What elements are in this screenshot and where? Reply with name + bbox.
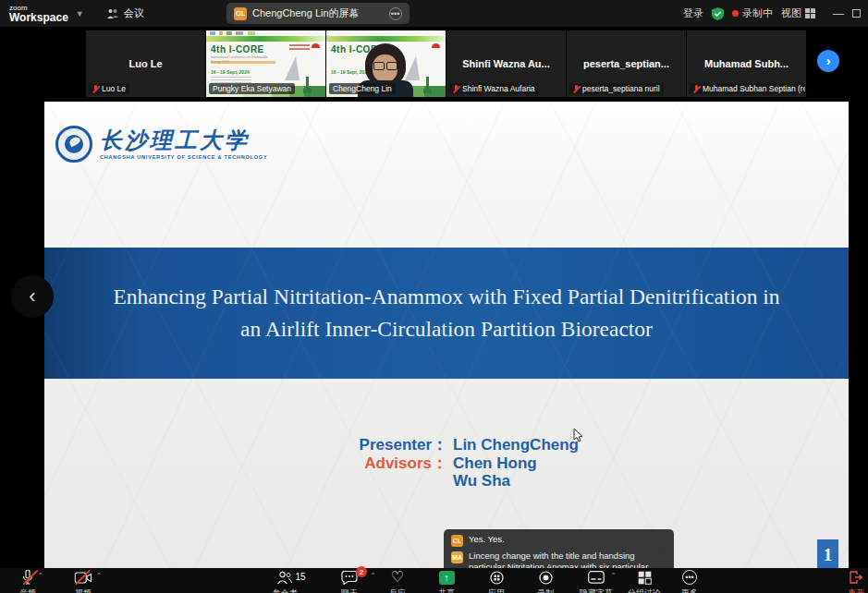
name-tag: Shinfi Wazna Aufaria <box>449 83 539 94</box>
previous-arrow-button[interactable]: ‹ <box>11 275 54 318</box>
name-tag: peserta_septiana nuril <box>569 83 664 94</box>
university-emblem-icon <box>55 126 92 163</box>
minimize-button[interactable]: — <box>833 7 844 20</box>
chat-overlay[interactable]: CL Yes. Yes. MA Linceng change with the … <box>444 529 674 572</box>
record-icon <box>539 571 553 585</box>
leave-button[interactable]: 离开 <box>848 570 864 593</box>
muted-mic-icon <box>693 85 700 93</box>
record-label: 录制 <box>537 587 554 593</box>
participant-tile-peserta[interactable]: peserta_septian... peserta_septiana nuri… <box>567 30 686 97</box>
apps-label: 应用 <box>488 587 505 593</box>
people-icon <box>106 8 119 19</box>
share-screen-icon: ↑ <box>439 571 455 585</box>
leave-icon <box>850 571 862 584</box>
captions-button[interactable]: ⌃ 隐藏字幕 <box>580 570 613 593</box>
muted-mic-icon <box>92 85 99 93</box>
slide-page-number: 1 <box>817 539 838 570</box>
participant-tile-muhamad[interactable]: Muhamad Subh... Muhamad Subhan Septian (… <box>687 30 806 97</box>
login-button[interactable]: 登录 <box>683 6 703 20</box>
presenter-label: Presenter： <box>359 436 447 454</box>
chat-label: 聊天 <box>341 587 358 593</box>
recording-indicator: 录制中 <box>732 6 773 20</box>
video-label: 视频 <box>75 587 92 593</box>
recording-dot-icon <box>732 10 739 17</box>
view-label: 视图 <box>781 6 801 20</box>
reactions-button[interactable]: ♡ 反应 <box>389 570 406 593</box>
advisor-name-2: Wu Sha <box>453 472 510 490</box>
audio-caret-icon[interactable]: ⌃ <box>37 572 43 580</box>
name-tag: Muhamad Subhan Septian (re... <box>690 83 805 94</box>
webcam-person-glasses <box>373 62 397 68</box>
avatar: CL <box>451 535 463 547</box>
name-tag: Luo Le <box>89 83 129 94</box>
leave-label: 离开 <box>848 587 864 593</box>
name-tag-label: ChengCheng Lin <box>333 84 392 93</box>
certificate-title: 4th I-CORE <box>211 44 264 54</box>
participant-tile-chengcheng-video[interactable]: 4th I-CORE 16 - 19 Sept, 2024 ChengCheng… <box>326 30 446 97</box>
chevron-down-icon[interactable]: ▼ <box>76 9 84 18</box>
university-name-cn: 长沙理工大学 <box>100 129 267 151</box>
video-button[interactable]: ⌃ 视频 <box>75 570 92 593</box>
breakout-label: 分组讨论 <box>628 587 661 593</box>
breakout-rooms-button[interactable]: 分组讨论 <box>628 570 661 593</box>
view-grid-icon <box>805 8 815 18</box>
poster-date: 16 - 19 Sept, 2024 <box>331 69 370 75</box>
participant-tile-pungky[interactable]: 4th I-CORE International Conference on R… <box>206 30 325 97</box>
titlebar: zoom Workspace ▼ 会议 CL ChengCheng Lin的屏幕… <box>0 0 868 27</box>
share-screen-button[interactable]: ↑ 共享 <box>438 570 455 593</box>
certificate-theme-line <box>211 61 275 64</box>
name-tag-label: peserta_septiana nuril <box>582 84 660 93</box>
muted-mic-icon <box>573 85 580 93</box>
captions-icon <box>588 571 605 584</box>
chat-button[interactable]: 2 ⌃ 聊天 <box>341 570 358 593</box>
more-ellipsis-icon: ••• <box>682 570 697 585</box>
shared-screen-tab[interactable]: CL ChengCheng Lin的屏幕 ••• <box>226 3 410 24</box>
reactions-label: 反应 <box>389 587 406 593</box>
audio-button[interactable]: ⌃ 音频 <box>19 570 36 593</box>
recording-label: 录制中 <box>742 6 773 20</box>
poster-tower-graphic <box>426 77 429 93</box>
name-tag-label: Muhamad Subhan Septian (re... <box>703 84 805 93</box>
mouse-cursor <box>573 428 584 442</box>
participants-button[interactable]: 15 参会者 <box>273 570 298 593</box>
apps-button[interactable]: 应用 <box>488 570 505 593</box>
share-label: 共享 <box>438 587 455 593</box>
zoom-workspace-logo: zoom Workspace <box>9 5 68 23</box>
captions-caret-icon[interactable]: ⌃ <box>610 572 617 580</box>
shared-screen-tab-label: ChengCheng Lin的屏幕 <box>252 6 360 20</box>
participants-label: 参会者 <box>273 587 298 593</box>
poster-triangle-graphic <box>405 56 420 80</box>
chat-unread-badge: 2 <box>356 566 367 577</box>
security-shield-icon[interactable] <box>712 7 724 20</box>
zoom-meeting-window: zoom Workspace ▼ 会议 CL ChengCheng Lin的屏幕… <box>0 0 868 593</box>
tab-options-icon[interactable]: ••• <box>389 7 402 20</box>
shared-slide: 长沙理工大学 CHANGSHA UNIVERSITY OF SCIENCE & … <box>44 102 849 570</box>
participants-icon <box>277 571 293 585</box>
indonesia-flag-icon <box>432 43 440 52</box>
view-button[interactable]: 视图 <box>781 6 815 20</box>
brand-workspace: Workspace <box>9 12 68 23</box>
audio-label: 音频 <box>19 587 36 593</box>
record-button[interactable]: 录制 <box>537 570 554 593</box>
video-caret-icon[interactable]: ⌃ <box>96 572 103 580</box>
name-tag: Pungky Eka Setyawan <box>209 83 295 94</box>
breakout-grid-icon <box>638 571 652 585</box>
maximize-button[interactable] <box>852 9 861 18</box>
participant-tile-shinfi[interactable]: Shinfi Wazna Au... Shinfi Wazna Aufaria <box>446 30 566 97</box>
avatar: CL <box>234 7 247 20</box>
certificate-triangle-graphic <box>285 56 300 80</box>
captions-label: 隐藏字幕 <box>580 587 613 593</box>
certificate-green-band <box>206 36 325 42</box>
chat-caret-icon[interactable]: ⌃ <box>370 572 376 580</box>
participant-tile-luo-le[interactable]: Luo Le Luo Le <box>86 30 205 97</box>
next-participants-button[interactable]: › <box>817 50 839 72</box>
credits-block: Presenter： Lin ChengCheng Advisors： Chen… <box>359 436 579 490</box>
name-tag: ChengCheng Lin <box>329 83 396 94</box>
slide-title-line2: an Airlift Inner-Circulation Partition B… <box>240 313 653 345</box>
more-button[interactable]: ••• 更多 <box>681 570 698 593</box>
meeting-menu[interactable]: 会议 <box>106 6 144 20</box>
heart-icon: ♡ <box>391 570 404 585</box>
university-logo: 长沙理工大学 CHANGSHA UNIVERSITY OF SCIENCE & … <box>55 126 267 163</box>
name-tag-label: Shinfi Wazna Aufaria <box>462 84 535 93</box>
chat-message: CL Yes. Yes. <box>451 534 666 547</box>
